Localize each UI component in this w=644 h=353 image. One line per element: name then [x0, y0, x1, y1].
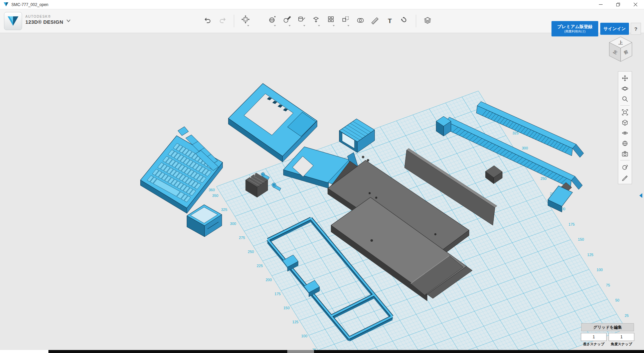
bottom-strip-segment [287, 350, 314, 353]
angle-snap-label: 角度スナップ [611, 342, 632, 347]
brand-autodesk: AUTODESK® [25, 15, 63, 19]
grid-axis-value: 150 [578, 237, 584, 241]
material-nav-button[interactable] [620, 162, 630, 172]
close-button[interactable] [627, 0, 644, 9]
bottom-strip-segment [314, 350, 644, 353]
layers-tool-button[interactable] [422, 14, 433, 28]
drive-part[interactable] [187, 205, 222, 237]
foot-bracket-part[interactable] [548, 183, 573, 212]
combine-icon [356, 16, 364, 25]
angle-snap-group: 角度スナップ [609, 333, 634, 347]
edit-grid-button[interactable]: グリッドを編集 [581, 323, 634, 331]
grid-axis-value: 125 [587, 253, 593, 257]
dropdown-caret-icon [289, 25, 291, 26]
toolbar-spacer [253, 21, 265, 21]
text-tool-button[interactable]: T [384, 14, 395, 28]
annotate-nav-button[interactable] [620, 172, 630, 183]
premium-register-button[interactable]: プレミアム版登録 (商業利用向け) [551, 21, 598, 36]
transform-icon [241, 15, 250, 24]
layers-icon [424, 16, 432, 25]
keyboard-part[interactable] [141, 136, 223, 213]
primitives-tool-button[interactable] [267, 14, 278, 28]
measure-icon [371, 16, 379, 25]
display-style-nav-button[interactable] [620, 138, 630, 148]
minimize-icon [599, 3, 603, 6]
window-controls [592, 0, 644, 9]
grid-axis-value: 325 [221, 208, 227, 212]
transform-tool-button[interactable] [240, 14, 251, 28]
grid-axis-value: 175 [569, 222, 575, 226]
visibility-nav-button[interactable] [620, 128, 630, 138]
construct-tool-button[interactable] [296, 14, 307, 28]
grid-settings-panel: グリッドを編集 長さスナップ 角度スナップ [581, 323, 634, 347]
pan-nav-button[interactable] [620, 73, 630, 83]
nav-separator [620, 160, 630, 160]
toolbar-separator [416, 15, 416, 27]
grouping-icon [342, 15, 350, 24]
snap-row: 長さスナップ 角度スナップ [581, 333, 634, 347]
grid-axis-value: 360 [209, 188, 215, 192]
grouping-tool-button[interactable] [340, 14, 351, 28]
visibility-icon [622, 130, 628, 136]
orbit-icon [622, 85, 628, 92]
view-cube[interactable]: 上 左 前 [605, 33, 636, 64]
app-menu-button[interactable] [4, 12, 22, 30]
screenshot-nav-button[interactable] [620, 148, 630, 159]
screenshot-icon [622, 150, 628, 157]
toolbar-separator [234, 15, 234, 27]
fit-nav-button[interactable] [620, 107, 630, 117]
redo-tool-button[interactable] [217, 14, 228, 28]
pattern-tool-button[interactable] [325, 14, 337, 28]
grid-axis-value: 125 [292, 320, 298, 324]
undo-tool-button[interactable] [202, 14, 213, 28]
combine-tool-button[interactable] [355, 14, 366, 28]
grid-axis-value: 150 [283, 306, 289, 310]
close-icon [634, 3, 637, 6]
view-cube-top-label: 上 [619, 40, 623, 45]
dropdown-caret-icon [318, 25, 320, 26]
snap-icon [400, 16, 409, 25]
window-titlebar: SMC-777_002_open [0, 0, 644, 9]
signin-button[interactable]: サインイン [600, 23, 629, 35]
help-button[interactable]: ? [631, 23, 641, 35]
chevron-down-icon[interactable] [66, 19, 71, 22]
grid-axis-value: 225 [257, 264, 263, 268]
length-snap-input[interactable] [581, 333, 607, 341]
grid-axis-value: 250 [540, 176, 546, 181]
orbit-nav-button[interactable] [620, 83, 630, 94]
snap-tool-button[interactable] [399, 14, 410, 28]
navigation-toolbar [618, 71, 632, 184]
grid-axis-value: 275 [239, 236, 245, 240]
panel-collapse-arrow-icon[interactable] [639, 193, 642, 198]
modify-tool-button[interactable] [311, 14, 322, 28]
sketch-tool-button[interactable] [281, 14, 293, 28]
measure-tool-button[interactable] [369, 14, 381, 28]
fit-icon [622, 109, 628, 116]
display-style-icon [622, 140, 628, 147]
angle-snap-input[interactable] [609, 333, 634, 341]
tools-row: T [200, 9, 435, 33]
length-snap-group: 長さスナップ [581, 333, 606, 347]
zoom-nav-button[interactable] [620, 94, 630, 104]
redo-icon [218, 16, 226, 25]
undo-icon [204, 16, 212, 25]
grid-axis-value: 300 [522, 146, 528, 150]
window-title: SMC-777_002_open [11, 2, 48, 7]
brand-product: 123D® DESIGN [25, 19, 63, 25]
viewport-canvas[interactable]: 3603503253002752502252001751501251007550… [0, 0, 644, 353]
premium-register-sublabel: (商業利用向け) [564, 29, 586, 33]
pan-icon [622, 75, 628, 82]
grid-axis-value: 100 [597, 268, 603, 272]
grid-axis-value: 75 [606, 283, 610, 287]
grid-axis-value: 25 [625, 314, 629, 318]
home-view-icon [622, 119, 628, 126]
zoom-icon [622, 96, 628, 102]
home-view-nav-button[interactable] [620, 117, 630, 128]
main-toolbar: AUTODESK® 123D® DESIGN T プレミアム版登録 (商業利用向… [0, 9, 644, 33]
restore-button[interactable] [609, 0, 627, 9]
minimize-button[interactable] [592, 0, 609, 9]
construct-icon [298, 15, 306, 24]
grid-axis-value: 350 [212, 194, 218, 198]
dropdown-caret-icon [333, 25, 335, 26]
app-logo-icon [3, 2, 9, 7]
